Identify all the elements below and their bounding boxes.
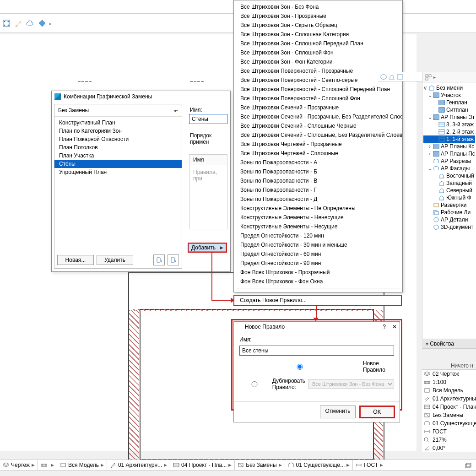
tree-item[interactable]: Северный bbox=[423, 187, 475, 194]
combination-item[interactable]: Упрощенный План bbox=[54, 168, 182, 176]
statusbar-segment[interactable]: 01 Существующе...▶ bbox=[285, 460, 353, 470]
dropdown-item[interactable]: Все Штриховки Зон - Фон Категории bbox=[234, 57, 402, 66]
tree-item[interactable]: Ситплан bbox=[423, 106, 475, 114]
tree-item[interactable]: Развертки bbox=[423, 201, 475, 209]
statusbar-segment[interactable]: ГОСТ▶ bbox=[353, 460, 386, 470]
tool-icon[interactable] bbox=[2, 19, 11, 28]
combination-item[interactable]: План Потолков bbox=[54, 143, 182, 151]
dropdown-item[interactable]: Конструктивные Элементы - Несущие bbox=[234, 222, 402, 231]
dropdown-item[interactable]: Все Штриховки Зон - Скрыть Образец bbox=[234, 21, 402, 30]
add-rule-button[interactable]: Добавить ▶ bbox=[188, 243, 227, 253]
tree-item[interactable]: Западный bbox=[423, 179, 475, 187]
create-new-rule-item[interactable]: Создать Новое Правило... bbox=[233, 295, 402, 306]
collapse-icon[interactable]: ◂▪ bbox=[173, 108, 178, 114]
dropdown-item[interactable]: Все Штриховки Поверхностей - Светло-серы… bbox=[234, 76, 402, 85]
tree-item[interactable]: Восточный bbox=[423, 172, 475, 179]
tree-item[interactable]: 3D-документ bbox=[423, 223, 475, 231]
dropdown-item[interactable]: Все Штриховки Поверхностей - Сплошной Пе… bbox=[234, 85, 402, 94]
combination-item[interactable]: Стены bbox=[54, 160, 182, 168]
tree-item[interactable]: 1. 1-й этаж bbox=[423, 135, 475, 143]
dropdown-item[interactable]: Все Штриховки Поверхностей - Сплошной Фо… bbox=[234, 94, 402, 103]
dropdown-item[interactable]: Зоны по Пожароопасности - А bbox=[234, 158, 402, 167]
tree-item[interactable]: Генплан bbox=[423, 99, 475, 106]
plan-icon[interactable] bbox=[396, 73, 404, 81]
restore-icon[interactable] bbox=[464, 462, 472, 470]
statusbar-segment[interactable]: ▶ bbox=[38, 460, 57, 470]
dialog-titlebar[interactable]: Новое Правило ? ✕ bbox=[234, 322, 400, 332]
tree-item[interactable]: ⌄АР Фасады bbox=[423, 165, 475, 172]
tree-item[interactable]: 2. 2-й этаж bbox=[423, 128, 475, 135]
quick-option-row[interactable]: 02 Чертеж bbox=[422, 370, 476, 378]
elev-icon[interactable] bbox=[388, 73, 395, 81]
new-rule-radio[interactable] bbox=[239, 364, 360, 370]
combination-item[interactable]: План Пожарной Опасности bbox=[54, 135, 182, 143]
dialog-titlebar[interactable]: Комбинации Графической Замены bbox=[52, 91, 230, 102]
combination-item[interactable]: План по Категориям Зон bbox=[54, 127, 182, 135]
dropdown-item[interactable]: Все Штриховки Чертежей - Сплошные bbox=[234, 149, 402, 158]
close-icon[interactable]: ✕ bbox=[392, 324, 397, 330]
dropdown-item[interactable]: Все Штриховки Зон - Сплошной Фон bbox=[234, 48, 402, 57]
new-button[interactable]: Новая... bbox=[57, 255, 94, 265]
dropdown-item[interactable]: Зоны по Пожароопасности - В bbox=[234, 176, 402, 185]
quick-option-row[interactable]: ГОСТ bbox=[422, 427, 476, 436]
statusbar-segment[interactable]: 01 Архитектурн...▶ bbox=[107, 460, 170, 470]
dropdown-item[interactable]: Фон Всех Штриховок - Фон Окна bbox=[234, 277, 402, 286]
cloud-icon[interactable] bbox=[26, 19, 35, 28]
quick-option-row[interactable]: 217% bbox=[422, 436, 476, 444]
combination-item[interactable]: План Участка bbox=[54, 151, 182, 160]
dropdown-item[interactable]: Предел Огнестойкости - 90 мин bbox=[234, 259, 402, 268]
tree-item[interactable]: ⌄АР Планы Эт bbox=[423, 114, 475, 121]
tree-item[interactable]: Рабочие Ли bbox=[423, 209, 475, 216]
dropdown-item[interactable]: Все Штриховки Зон - Сплошной Передний Пл… bbox=[234, 39, 402, 48]
name-input[interactable] bbox=[189, 114, 227, 124]
quick-option-row[interactable]: 04 Проект - Планы bbox=[422, 403, 476, 411]
export-button[interactable] bbox=[168, 254, 179, 265]
statusbar-segment[interactable]: Вся Модель▶ bbox=[57, 460, 107, 470]
tree-item[interactable]: ⌄Участок bbox=[423, 92, 475, 99]
3d-icon[interactable] bbox=[380, 73, 387, 81]
quick-option-row[interactable]: 01 Архитектурный bbox=[422, 395, 476, 403]
dropdown-item[interactable]: Предел Огнестойкости - 30 мин и меньше bbox=[234, 240, 402, 249]
ok-button[interactable]: OK bbox=[359, 406, 395, 418]
diamond-icon[interactable] bbox=[38, 19, 47, 28]
help-icon[interactable]: ? bbox=[383, 324, 386, 330]
tree-item[interactable]: ›АР Планы Кс bbox=[423, 143, 475, 150]
quick-option-row[interactable]: 0,00° bbox=[422, 444, 476, 452]
dropdown-item[interactable]: Все Штриховки Сечений - Сплошные Черные bbox=[234, 121, 402, 130]
dropdown-item[interactable]: Конструктивные Элементы - Ненесущие bbox=[234, 213, 402, 222]
dropdown-item[interactable]: Зоны по Пожароопасности - Д bbox=[234, 195, 402, 204]
tree-item[interactable]: Южный Ф bbox=[423, 194, 475, 201]
cancel-button[interactable]: Отменить bbox=[320, 406, 356, 418]
tree-item[interactable]: АР Разрезы bbox=[423, 157, 475, 165]
dropdown-item[interactable]: Все Штриховки Зон - Без Фона bbox=[234, 2, 402, 11]
duplicate-rule-radio[interactable] bbox=[239, 381, 270, 387]
import-button[interactable] bbox=[153, 254, 165, 265]
quick-option-row[interactable]: 01 Существующе bbox=[422, 419, 476, 427]
delete-button[interactable]: Удалить bbox=[97, 255, 133, 265]
tree-item[interactable]: ›АР Планы Пс bbox=[423, 150, 475, 157]
dropdown-item[interactable]: Предел Огнестойкости - 120 мин bbox=[234, 231, 402, 240]
statusbar-segment[interactable]: 04 Проект - Пла...▶ bbox=[170, 460, 235, 470]
rules-dropdown[interactable]: Все Штриховки Зон - Без ФонаВсе Штриховк… bbox=[233, 0, 403, 292]
combination-item[interactable]: Конструктивный План bbox=[54, 119, 182, 127]
dropdown-item[interactable]: Все Штриховки Сечений - Прозрачные, Без … bbox=[234, 112, 402, 121]
quick-option-row[interactable]: Вся Модель bbox=[422, 386, 476, 395]
dropdown-item[interactable]: Все Штриховки Зон - Прозрачные bbox=[234, 11, 402, 21]
dropdown-item[interactable]: Фон Всех Штриховок - Прозрачный bbox=[234, 268, 402, 277]
quick-option-row[interactable]: Без Замены bbox=[422, 411, 476, 419]
dropdown-item[interactable]: Все Штриховки Зон - Сплошная Категория bbox=[234, 30, 402, 39]
quick-option-row[interactable]: 1:100 bbox=[422, 378, 476, 386]
dropdown-item[interactable]: Конструктивные Элементы - Не Определены bbox=[234, 204, 402, 213]
navigator-tree[interactable]: vБез имени ⌄УчастокГенпланСитплан⌄АР Пла… bbox=[422, 82, 476, 233]
dropdown-item[interactable]: Предел Огнестойкости - 60 мин bbox=[234, 249, 402, 259]
tree-item[interactable]: АР Детали bbox=[423, 216, 475, 223]
dropdown-item[interactable]: Все Штриховки Чертежей - Прозрачные bbox=[234, 140, 402, 149]
dropdown-item[interactable]: Все Штриховки Поверхностей - Прозрачные bbox=[234, 66, 402, 76]
statusbar-segment[interactable]: Без Замены▶ bbox=[235, 460, 285, 470]
dropdown-item[interactable]: Все Штриховки Сечений - Сплошные, Без Ра… bbox=[234, 130, 402, 140]
navigator-header[interactable]: ▸ bbox=[422, 72, 476, 82]
dropdown-item[interactable]: Все Штриховки Сечений - Прозрачные bbox=[234, 103, 402, 112]
dropdown-item[interactable]: Зоны по Пожароопасности - Г bbox=[234, 185, 402, 195]
rule-name-input[interactable] bbox=[239, 346, 394, 356]
tree-item[interactable]: 3. 3-й этаж bbox=[423, 121, 475, 128]
